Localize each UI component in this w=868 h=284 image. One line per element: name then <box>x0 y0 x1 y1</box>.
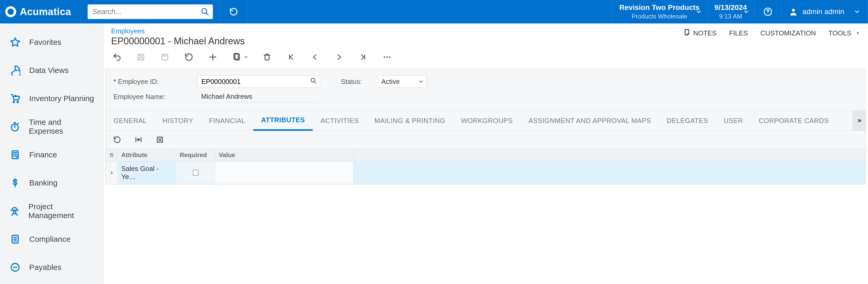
col-required[interactable]: Required <box>176 149 215 161</box>
grid-selector-header[interactable] <box>105 149 118 161</box>
next-record-button[interactable] <box>333 51 345 63</box>
breadcrumb-link-employees[interactable]: Employees <box>111 27 145 35</box>
search-icon[interactable] <box>201 7 209 16</box>
employee-id-input[interactable] <box>197 75 320 88</box>
tabs-overflow-button[interactable] <box>852 111 866 131</box>
sidebar-item-project-management[interactable]: Project Management <box>0 197 103 225</box>
col-attribute[interactable]: Attribute <box>118 149 176 161</box>
last-record-button[interactable] <box>357 51 369 63</box>
sidebar-item-label: Compliance <box>29 235 70 244</box>
employee-id-lookup[interactable] <box>197 75 320 88</box>
chevron-down-icon <box>743 8 750 15</box>
sidebar-item-compliance[interactable]: Compliance <box>0 225 103 253</box>
save-button[interactable] <box>159 51 170 63</box>
tab-financial[interactable]: FINANCIAL <box>201 111 253 130</box>
grid-export-button[interactable] <box>155 135 165 145</box>
help-icon <box>764 7 772 16</box>
cell-required[interactable] <box>176 162 215 184</box>
svg-point-0 <box>202 9 207 13</box>
first-record-button[interactable] <box>285 51 297 63</box>
status-select[interactable]: Active <box>378 75 427 88</box>
col-value[interactable]: Value <box>215 149 353 161</box>
tenant-selector[interactable]: Revision Two Products Products Wholesale <box>612 0 707 24</box>
cell-attribute[interactable]: Sales Goal - Ye… <box>118 162 176 184</box>
tab-general[interactable]: GENERAL <box>105 111 155 130</box>
sidebar-item-data-views[interactable]: Data Views <box>0 56 103 84</box>
row-expander[interactable] <box>105 162 118 184</box>
pie-icon <box>9 64 21 77</box>
grid-refresh-button[interactable] <box>112 135 122 145</box>
global-search <box>80 0 220 24</box>
user-name: admin admin <box>803 7 844 16</box>
search-icon[interactable] <box>310 77 317 86</box>
tab-workgroups[interactable]: WORKGROUPS <box>453 111 521 130</box>
search-box[interactable] <box>88 4 213 19</box>
employee-id-label: Employee ID: <box>114 78 192 86</box>
sidebar-item-label: Time and Expenses <box>29 118 96 136</box>
refresh-button[interactable] <box>220 0 248 24</box>
files-label: FILES <box>729 29 748 37</box>
tab-attributes[interactable]: ATTRIBUTES <box>253 111 313 131</box>
user-menu[interactable]: admin admin <box>782 0 868 24</box>
sidebar-item-inventory-planning[interactable]: Inventory Planning <box>0 84 103 113</box>
attributes-grid: Attribute Required Value Sales Goal - Ye… <box>105 148 866 184</box>
svg-rect-12 <box>162 54 168 60</box>
table-row[interactable]: Sales Goal - Ye… <box>105 162 866 184</box>
help-button[interactable] <box>754 0 782 24</box>
layout: Favorites Data Views Inventory Planning … <box>0 24 868 284</box>
tab-history[interactable]: HISTORY <box>155 111 201 130</box>
notes-label: NOTES <box>693 29 717 37</box>
customization-button[interactable]: CUSTOMIZATION <box>761 29 816 37</box>
business-date[interactable]: 9/13/2024 9:13 AM <box>707 0 754 24</box>
tools-label: TOOLS <box>828 29 851 37</box>
svg-point-15 <box>384 56 385 58</box>
sidebar-item-banking[interactable]: Banking <box>0 169 103 197</box>
refresh-icon <box>229 7 238 16</box>
sidebar-item-label: Data Views <box>29 66 69 75</box>
search-input[interactable] <box>88 4 213 19</box>
time-text: 9:13 AM <box>719 13 742 20</box>
user-icon <box>789 7 798 16</box>
tools-button[interactable]: TOOLS <box>828 29 860 37</box>
record-toolbar <box>103 49 868 69</box>
cell-value[interactable] <box>215 162 353 184</box>
svg-point-18 <box>311 78 315 82</box>
topbar: Acumatica Revision Two Products Products… <box>0 0 868 24</box>
tab-mailing-printing[interactable]: MAILING & PRINTING <box>367 111 453 130</box>
svg-point-5 <box>17 101 18 103</box>
sidebar-item-time-expenses[interactable]: Time and Expenses <box>0 113 103 141</box>
brand[interactable]: Acumatica <box>0 0 80 24</box>
sidebar-item-finance[interactable]: Finance <box>0 141 103 169</box>
note-icon <box>683 29 691 38</box>
back-button[interactable] <box>111 51 123 63</box>
grid-fit-columns-button[interactable] <box>133 135 144 145</box>
sidebar-item-label: Payables <box>29 263 61 272</box>
status-label: Status: <box>341 78 372 86</box>
page-header: Employees EP00000001 - Michael Andrews N… <box>103 24 868 49</box>
tab-corporate-cards[interactable]: CORPORATE CARDS <box>751 111 837 130</box>
save-and-close-button[interactable] <box>135 51 147 63</box>
minus-circle-icon <box>9 261 21 274</box>
tab-assignment-approval-maps[interactable]: ASSIGNMENT AND APPROVAL MAPS <box>521 111 659 130</box>
add-button[interactable] <box>207 51 219 63</box>
sidebar-item-label: Project Management <box>28 202 96 220</box>
tab-activities[interactable]: ACTIVITIES <box>313 111 367 130</box>
tab-user[interactable]: USER <box>716 111 751 130</box>
svg-point-16 <box>386 56 388 58</box>
delete-button[interactable] <box>261 51 273 63</box>
checkbox-unchecked-icon <box>193 170 198 176</box>
page-actions: NOTES FILES CUSTOMIZATION TOOLS <box>683 29 860 38</box>
main: Employees EP00000001 - Michael Andrews N… <box>103 24 868 284</box>
tab-delegates[interactable]: DELEGATES <box>659 111 716 130</box>
clipboard-button[interactable] <box>231 51 249 63</box>
discard-button[interactable] <box>183 51 194 63</box>
customization-label: CUSTOMIZATION <box>761 29 816 37</box>
files-button[interactable]: FILES <box>729 29 748 37</box>
breadcrumb: Employees <box>111 27 245 35</box>
sidebar-item-payables[interactable]: Payables <box>0 253 103 281</box>
sidebar-item-favorites[interactable]: Favorites <box>0 28 103 56</box>
prev-record-button[interactable] <box>309 51 321 63</box>
notes-button[interactable]: NOTES <box>683 29 717 38</box>
more-actions-button[interactable] <box>381 51 393 63</box>
svg-point-2 <box>768 13 768 14</box>
